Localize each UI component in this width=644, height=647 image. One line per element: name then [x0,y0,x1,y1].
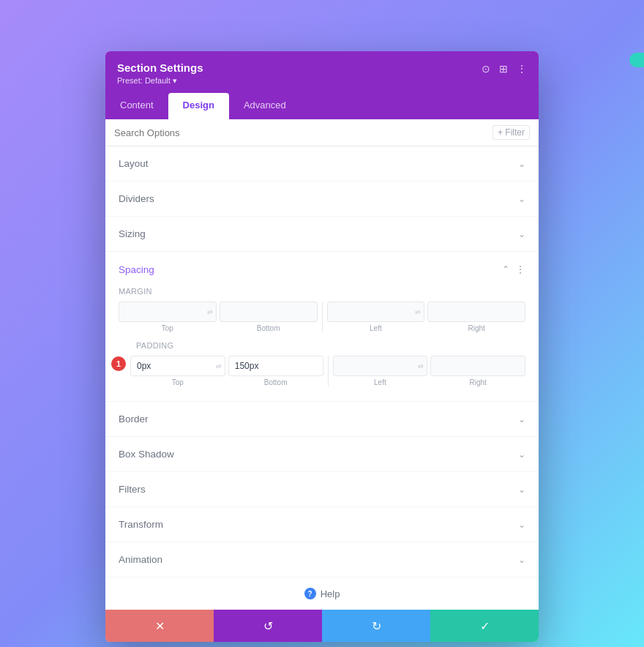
filter-button[interactable]: + Filter [493,125,530,140]
padding-right-field: Right [430,356,525,386]
padding-label: Padding [126,341,525,350]
accordion-layout: Layout ⌄ [105,146,539,182]
margin-right-pair: ⇄ Left Right [327,302,526,332]
modal-preset: Preset: Default ▾ [117,76,203,86]
padding-top-pair: ⇄ Top Bottom [130,356,323,386]
margin-top-wrap: ⇄ [119,302,217,322]
accordion-transform: Transform ⌄ [105,507,539,542]
padding-inputs-row: ⇄ Top Bottom [126,356,525,386]
accordion-layout-title: Layout [119,158,149,169]
cancel-button[interactable]: ✕ [105,610,214,642]
reset-icon: ↺ [263,619,273,633]
margin-right-wrap [427,302,525,322]
chevron-down-icon: ⌄ [518,194,525,204]
reset-button[interactable]: ↺ [214,610,322,642]
help-label: Help [321,588,340,599]
section-settings-modal: Section Settings Preset: Default ▾ ⊙ ⊞ ⋮… [105,51,539,642]
target-icon[interactable]: ⊙ [482,63,490,75]
accordion-sizing-header[interactable]: Sizing ⌄ [105,217,539,251]
accordion-layout-header[interactable]: Layout ⌄ [105,146,539,181]
search-input[interactable] [114,127,493,138]
margin-bottom-label: Bottom [257,324,280,332]
accordion-border: Border ⌄ [105,402,539,437]
more-icon[interactable]: ⋮ [517,63,527,75]
modal-header-left: Section Settings Preset: Default ▾ [117,61,203,86]
margin-right-input[interactable] [427,302,525,322]
modal-content: Layout ⌄ Dividers ⌄ Sizing ⌄ Spacing ⌃ [105,146,539,610]
margin-left-label: Left [370,324,382,332]
responsive-icon: ⇄ [418,362,424,370]
padding-left-wrap: ⇄ [333,356,428,376]
accordion-filters-title: Filters [119,484,146,495]
tab-design[interactable]: Design [168,93,229,119]
padding-bottom-wrap [228,356,323,376]
margin-right-label: Right [468,324,484,332]
tab-advanced[interactable]: Advanced [229,93,301,119]
step-badge: 1 [111,356,126,371]
modal-tabs: Content Design Advanced [105,93,539,119]
redo-button[interactable]: ↻ [322,610,430,642]
accordion-border-title: Border [119,414,149,425]
margin-inputs-row: ⇄ Top Bottom [119,302,525,332]
chevron-down-icon: ⌄ [518,229,525,239]
accordion-filters: Filters ⌄ [105,472,539,507]
padding-bottom-field: Bottom [228,356,323,386]
margin-bottom-input[interactable] [220,302,318,322]
chevron-down-icon: ⌄ [518,159,525,169]
padding-top-wrap: ⇄ [130,356,225,376]
padding-top-field: ⇄ Top [130,356,225,386]
padding-section: 1 Padding ⇄ Top [119,341,525,386]
cancel-icon: ✕ [155,619,165,633]
margin-divider [322,302,323,332]
modal-header-icons: ⊙ ⊞ ⋮ [482,63,527,75]
margin-bottom-wrap [220,302,318,322]
modal-header: Section Settings Preset: Default ▾ ⊙ ⊞ ⋮ [105,51,539,93]
margin-right-field: Right [427,302,525,332]
columns-icon[interactable]: ⊞ [499,63,508,75]
accordion-animation: Animation ⌄ [105,542,539,577]
padding-right-wrap [430,356,525,376]
accordion-spacing: Spacing ⌃ ⋮ Margin ⇄ [105,252,539,402]
accordion-dividers: Dividers ⌄ [105,182,539,217]
spacing-more-icon[interactable]: ⋮ [515,263,525,275]
accordion-boxshadow-header[interactable]: Box Shadow ⌄ [105,437,539,471]
help-icon[interactable]: ? [304,588,316,599]
search-bar: + Filter [105,119,539,146]
padding-left-label: Left [374,378,386,386]
accordion-animation-title: Animation [119,554,162,565]
padding-right-input[interactable] [430,356,525,376]
spacing-content: Margin ⇄ Top [105,287,539,401]
chevron-down-icon: ⌄ [518,449,525,460]
chevron-down-icon: ⌄ [518,485,525,495]
save-button[interactable]: ✓ [430,610,539,642]
padding-lr-pair: ⇄ Left Right [333,356,526,386]
padding-top-input[interactable] [130,356,225,376]
padding-top-label: Top [172,378,184,386]
margin-left-wrap: ⇄ [327,302,425,322]
accordion-dividers-title: Dividers [119,193,154,204]
accordion-spacing-header[interactable]: Spacing ⌃ ⋮ [105,252,539,287]
margin-label: Margin [119,287,525,296]
margin-left-input[interactable] [327,302,425,322]
padding-left-input[interactable] [333,356,428,376]
chevron-up-icon: ⌃ [502,264,509,274]
teal-decorative-circle [629,53,644,67]
modal-footer: ✕ ↺ ↻ ✓ [105,610,539,642]
accordion-transform-header[interactable]: Transform ⌄ [105,507,539,542]
margin-top-input[interactable] [119,302,217,322]
responsive-icon: ⇄ [216,362,222,370]
accordion-dividers-header[interactable]: Dividers ⌄ [105,182,539,216]
redo-icon: ↻ [372,619,381,633]
accordion-border-header[interactable]: Border ⌄ [105,402,539,436]
padding-bottom-input[interactable] [228,356,323,376]
accordion-sizing-title: Sizing [119,228,146,239]
padding-left-field: ⇄ Left [333,356,428,386]
margin-left-pair: ⇄ Top Bottom [119,302,318,332]
accordion-animation-header[interactable]: Animation ⌄ [105,542,539,577]
accordion-spacing-icons: ⌃ ⋮ [502,263,525,275]
accordion-filters-header[interactable]: Filters ⌄ [105,472,539,506]
margin-bottom-field: Bottom [220,302,318,332]
accordion-boxshadow-title: Box Shadow [119,449,174,460]
margin-top-label: Top [162,324,173,332]
tab-content[interactable]: Content [105,93,168,119]
